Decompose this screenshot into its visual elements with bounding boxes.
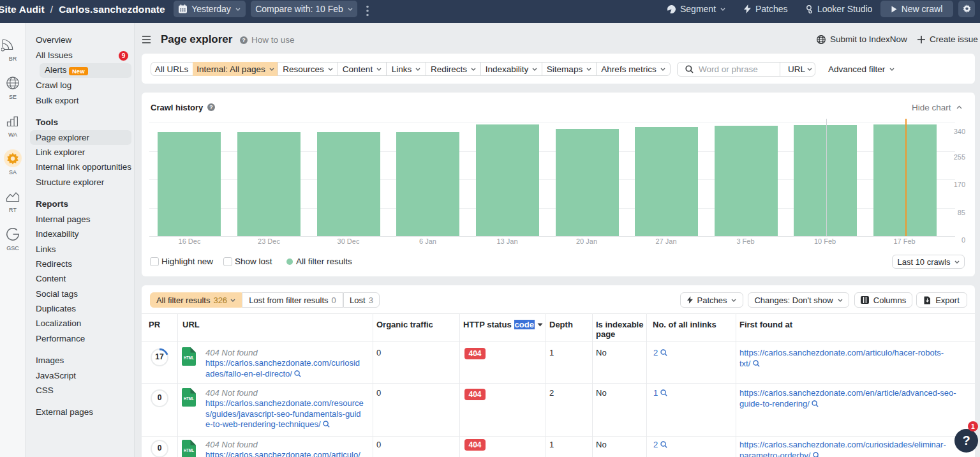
svg-text:HTML: HTML — [184, 355, 194, 361]
svg-text:HTML: HTML — [184, 396, 194, 401]
svg-text:HTML: HTML — [184, 447, 194, 453]
